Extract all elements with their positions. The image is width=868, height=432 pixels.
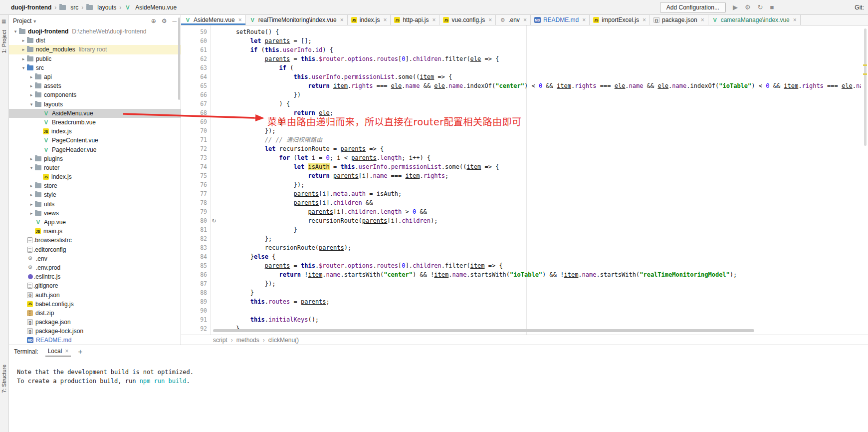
tree-item-package-lock.json[interactable]: {}package-lock.json xyxy=(9,327,181,336)
line-number[interactable]: 60 xyxy=(181,37,209,44)
code-line[interactable]: } xyxy=(221,117,861,126)
tree-item-.editorconfig[interactable]: .editorconfig xyxy=(9,245,181,254)
tree-item-store[interactable]: ▸store xyxy=(9,181,181,190)
tree-item-.browserslistrc[interactable]: .browserslistrc xyxy=(9,236,181,245)
line-number[interactable]: 76 xyxy=(181,181,209,188)
stop-icon[interactable]: ■ xyxy=(770,3,774,11)
tab-.env[interactable]: ⚙.env× xyxy=(496,15,531,25)
close-tab-icon[interactable]: × xyxy=(238,16,242,23)
chevron-collapsed-icon[interactable]: ▸ xyxy=(28,92,35,97)
code-line[interactable]: }else { xyxy=(221,252,861,261)
code-line[interactable]: this.userInfo.permissionList.some((item … xyxy=(221,72,861,81)
close-tab-icon[interactable]: × xyxy=(523,16,527,23)
code-line[interactable]: ) { xyxy=(221,99,861,108)
tree-item-public[interactable]: ▸public xyxy=(9,54,181,63)
line-number[interactable]: 89 xyxy=(181,298,209,305)
tree-item-assets[interactable]: ▸assets xyxy=(9,81,181,90)
line-number[interactable]: 61 xyxy=(181,46,209,53)
tree-item-.env[interactable]: ⚙.env xyxy=(9,254,181,263)
code-line[interactable]: }); xyxy=(221,279,861,288)
code-line[interactable]: parents[i].children && xyxy=(221,198,861,207)
code-line[interactable] xyxy=(221,306,861,315)
tree-item-.env.prod[interactable]: ⚙.env.prod xyxy=(9,263,181,272)
code-line[interactable]: recursionRoute(parents[i].children); xyxy=(221,216,861,225)
code-line[interactable]: return parents[i].name === item.rights; xyxy=(221,171,861,180)
tab-README.md[interactable]: MDREADME.md× xyxy=(531,15,590,25)
code-line[interactable]: parents = this.$router.options.routes[0]… xyxy=(221,261,861,270)
line-number[interactable]: 66 xyxy=(181,91,209,98)
line-number[interactable]: 81 xyxy=(181,226,209,233)
line-number[interactable]: 82 xyxy=(181,235,209,242)
line-number[interactable]: 75 xyxy=(181,172,209,179)
chevron-collapsed-icon[interactable]: ▸ xyxy=(28,202,35,207)
chevron-collapsed-icon[interactable]: ▸ xyxy=(28,192,35,197)
close-tab-icon[interactable]: × xyxy=(340,16,344,23)
tree-item-src[interactable]: ▾src xyxy=(9,63,181,72)
tree-item-api[interactable]: ▸api xyxy=(9,72,181,81)
code-line[interactable]: }; xyxy=(221,234,861,243)
tab-cameraManage\index.vue[interactable]: VcameraManage\index.vue× xyxy=(708,15,801,25)
new-terminal-tab-icon[interactable]: + xyxy=(78,347,82,356)
line-number[interactable]: 91 xyxy=(181,316,209,323)
code-line[interactable]: // // 递归权限路由 xyxy=(221,135,861,144)
close-tab-icon[interactable]: × xyxy=(432,16,435,23)
line-number[interactable]: 67 xyxy=(181,100,209,107)
tree-item-Breadcrumb.vue[interactable]: VBreadcrumb.vue xyxy=(9,118,181,127)
tree-item-layouts[interactable]: ▾layouts xyxy=(9,100,181,109)
tree-item-.eslintrc.js[interactable]: .eslintrc.js xyxy=(9,272,181,281)
chevron-collapsed-icon[interactable]: ▸ xyxy=(28,74,35,79)
tree-item-utils[interactable]: ▸utils xyxy=(9,200,181,209)
code-line[interactable]: if ( xyxy=(221,63,861,72)
tree-item-router[interactable]: ▾router xyxy=(9,163,181,172)
chevron-expanded-icon[interactable]: ▾ xyxy=(28,165,35,170)
tab-http-api.js[interactable]: JShttp-api.js× xyxy=(391,15,439,25)
line-number[interactable]: 74 xyxy=(181,163,209,170)
code-line[interactable]: }); xyxy=(221,126,861,135)
code-line[interactable]: parents[i].children.length > 0 && xyxy=(221,207,861,216)
line-number[interactable]: 84 xyxy=(181,253,209,260)
tree-item-style[interactable]: ▸style xyxy=(9,190,181,199)
line-number[interactable]: 68 xyxy=(181,109,209,116)
tree-item-AsideMenu.vue[interactable]: VAsideMenu.vue xyxy=(9,109,181,118)
gear-icon[interactable]: ⚙ xyxy=(162,17,167,24)
breadcrumb-item-src[interactable]: src xyxy=(59,4,78,11)
vertical-scrollbar-thumb[interactable] xyxy=(864,28,867,146)
tree-item-dist.zip[interactable]: dist.zip xyxy=(9,309,181,318)
chevron-collapsed-icon[interactable]: ▸ xyxy=(28,183,35,188)
chevron-collapsed-icon[interactable]: ▸ xyxy=(28,156,35,161)
line-number[interactable]: 65 xyxy=(181,82,209,89)
chevron-collapsed-icon[interactable]: ▸ xyxy=(20,38,27,43)
tab-AsideMenu.vue[interactable]: VAsideMenu.vue× xyxy=(181,15,246,25)
code-region[interactable]: 5960616263646566676869707172737475767778… xyxy=(181,25,868,335)
chevron-expanded-icon[interactable]: ▾ xyxy=(28,102,35,107)
chevron-collapsed-icon[interactable]: ▸ xyxy=(20,56,27,61)
tree-item-plugins[interactable]: ▸plugins xyxy=(9,154,181,163)
line-number[interactable]: 83 xyxy=(181,244,209,251)
tool-window-button-project[interactable]: 1: Project xyxy=(1,30,7,53)
editor-code[interactable]: setRoute() { let parents = []; if (this.… xyxy=(221,27,861,333)
sync-icon[interactable]: ↻ xyxy=(758,3,763,11)
tree-item-node_modules[interactable]: ▸node_moduleslibrary root xyxy=(9,45,181,54)
breadcrumb-item-layouts[interactable]: layouts xyxy=(86,4,116,11)
code-line[interactable]: parents[i].meta.auth = isAuth; xyxy=(221,189,861,198)
tree-item-index.js[interactable]: JSindex.js xyxy=(9,127,181,136)
tab-vue.config.js[interactable]: JSvue.config.js× xyxy=(439,15,496,25)
chevron-collapsed-icon[interactable]: ▸ xyxy=(28,211,35,216)
close-tab-icon[interactable]: × xyxy=(643,16,646,23)
tab-realTimeMonitoring\index.vue[interactable]: VrealTimeMonitoring\index.vue× xyxy=(246,15,348,25)
code-line[interactable]: } xyxy=(221,288,861,297)
code-line[interactable]: let parents = []; xyxy=(221,36,861,45)
code-line[interactable]: }); xyxy=(221,180,861,189)
hide-panel-icon[interactable]: ─ xyxy=(172,17,177,24)
code-line[interactable]: let recursionRoute = parents => { xyxy=(221,144,861,153)
code-line[interactable]: }) xyxy=(221,90,861,99)
project-panel-title[interactable]: Project xyxy=(13,17,31,24)
tree-scrollbar-thumb[interactable] xyxy=(178,17,180,100)
chevron-collapsed-icon[interactable]: ▸ xyxy=(28,83,35,88)
line-number[interactable]: 92 xyxy=(181,325,209,332)
terminal-tab-local[interactable]: Local × xyxy=(45,346,71,357)
horizontal-scrollbar-thumb[interactable] xyxy=(213,329,754,332)
line-number[interactable]: 64 xyxy=(181,73,209,80)
breadcrumb-item-AsideMenu.vue[interactable]: VAsideMenu.vue xyxy=(124,4,177,11)
tab-importExcel.js[interactable]: JSimportExcel.js× xyxy=(590,15,650,25)
